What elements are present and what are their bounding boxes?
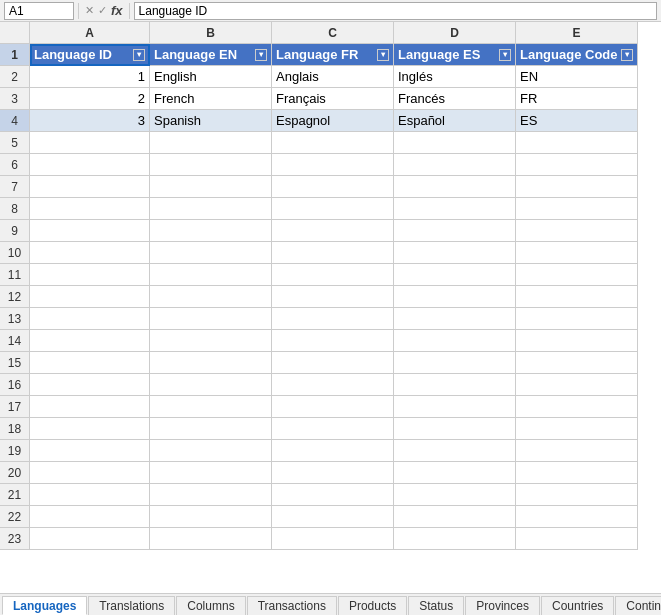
table-row: 12	[0, 286, 661, 308]
name-box[interactable]	[4, 2, 74, 20]
cell-e1[interactable]: Language Code ▾	[516, 44, 638, 66]
cell-a1-text: Language ID	[34, 47, 112, 62]
cell-b4[interactable]: Spanish	[150, 110, 272, 132]
row-num-3[interactable]: 3	[0, 88, 30, 110]
cell-d1-text: Language ES	[398, 47, 480, 62]
tab-transactions[interactable]: Transactions	[247, 596, 337, 615]
col-header-a[interactable]: A	[30, 22, 150, 44]
tab-countries[interactable]: Countries	[541, 596, 614, 615]
row-num-1[interactable]: 1	[0, 44, 30, 66]
column-header-row: A B C D E	[0, 22, 661, 44]
table-row: 11	[0, 264, 661, 286]
filter-icon-a[interactable]: ▾	[133, 49, 145, 61]
cell-e2[interactable]: EN	[516, 66, 638, 88]
tab-provinces[interactable]: Provinces	[465, 596, 540, 615]
row-num-2[interactable]: 2	[0, 66, 30, 88]
table-row: 8	[0, 198, 661, 220]
separator2	[129, 3, 130, 19]
cell-c1-text: Language FR	[276, 47, 358, 62]
filter-icon-b[interactable]: ▾	[255, 49, 267, 61]
table-row: 1 Language ID ▾ Language EN ▾ Language F…	[0, 44, 661, 66]
tab-columns[interactable]: Columns	[176, 596, 245, 615]
table-row: 3 2 French Français Francés FR	[0, 88, 661, 110]
cell-b2[interactable]: English	[150, 66, 272, 88]
tab-products[interactable]: Products	[338, 596, 407, 615]
tab-status[interactable]: Status	[408, 596, 464, 615]
cell-e4[interactable]: ES	[516, 110, 638, 132]
table-row: 13	[0, 308, 661, 330]
table-row: 21	[0, 484, 661, 506]
cell-c4[interactable]: Espagnol	[272, 110, 394, 132]
spreadsheet: A B C D E 1 Language ID ▾ Language EN ▾ …	[0, 22, 661, 593]
cell-d1[interactable]: Language ES ▾	[394, 44, 516, 66]
table-row: 23	[0, 528, 661, 550]
table-row: 6	[0, 154, 661, 176]
sheet-tabs: Languages Translations Columns Transacti…	[0, 593, 661, 615]
table-row: 16	[0, 374, 661, 396]
data-area: 1 Language ID ▾ Language EN ▾ Language F…	[0, 44, 661, 593]
confirm-icon[interactable]: ✓	[98, 4, 107, 17]
cell-a4[interactable]: 3	[30, 110, 150, 132]
filter-icon-d[interactable]: ▾	[499, 49, 511, 61]
table-row: 22	[0, 506, 661, 528]
row-num-4[interactable]: 4	[0, 110, 30, 132]
top-bar: ✕ ✓ fx	[0, 0, 661, 22]
table-row: 5	[0, 132, 661, 154]
table-row: 18	[0, 418, 661, 440]
corner-cell	[0, 22, 30, 44]
cell-b3[interactable]: French	[150, 88, 272, 110]
table-row: 14	[0, 330, 661, 352]
cell-c3[interactable]: Français	[272, 88, 394, 110]
table-row: 20	[0, 462, 661, 484]
cell-e1-text: Language Code	[520, 47, 618, 62]
cell-e3[interactable]: FR	[516, 88, 638, 110]
cell-d3[interactable]: Francés	[394, 88, 516, 110]
col-header-e[interactable]: E	[516, 22, 638, 44]
col-header-d[interactable]: D	[394, 22, 516, 44]
table-row: 17	[0, 396, 661, 418]
col-header-c[interactable]: C	[272, 22, 394, 44]
table-row: 4 3 Spanish Espagnol Español ES	[0, 110, 661, 132]
cell-d4[interactable]: Español	[394, 110, 516, 132]
cell-b1-text: Language EN	[154, 47, 237, 62]
filter-icon-c[interactable]: ▾	[377, 49, 389, 61]
table-row: 19	[0, 440, 661, 462]
cell-c2[interactable]: Anglais	[272, 66, 394, 88]
table-row: 2 1 English Anglais Inglés EN	[0, 66, 661, 88]
table-row: 10	[0, 242, 661, 264]
cell-a2[interactable]: 1	[30, 66, 150, 88]
cell-c1[interactable]: Language FR ▾	[272, 44, 394, 66]
table-row: 15	[0, 352, 661, 374]
tab-translations[interactable]: Translations	[88, 596, 175, 615]
cell-a3[interactable]: 2	[30, 88, 150, 110]
cell-a1[interactable]: Language ID ▾	[30, 44, 150, 66]
separator	[78, 3, 79, 19]
tab-continents[interactable]: Continents	[615, 596, 661, 615]
formula-icons: ✕ ✓ fx	[83, 3, 125, 18]
cancel-icon[interactable]: ✕	[85, 4, 94, 17]
cell-d2[interactable]: Inglés	[394, 66, 516, 88]
fx-icon[interactable]: fx	[111, 3, 123, 18]
col-header-b[interactable]: B	[150, 22, 272, 44]
filter-icon-e[interactable]: ▾	[621, 49, 633, 61]
tab-languages[interactable]: Languages	[2, 596, 87, 615]
cell-b1[interactable]: Language EN ▾	[150, 44, 272, 66]
table-row: 7	[0, 176, 661, 198]
formula-bar[interactable]	[134, 2, 657, 20]
table-row: 9	[0, 220, 661, 242]
